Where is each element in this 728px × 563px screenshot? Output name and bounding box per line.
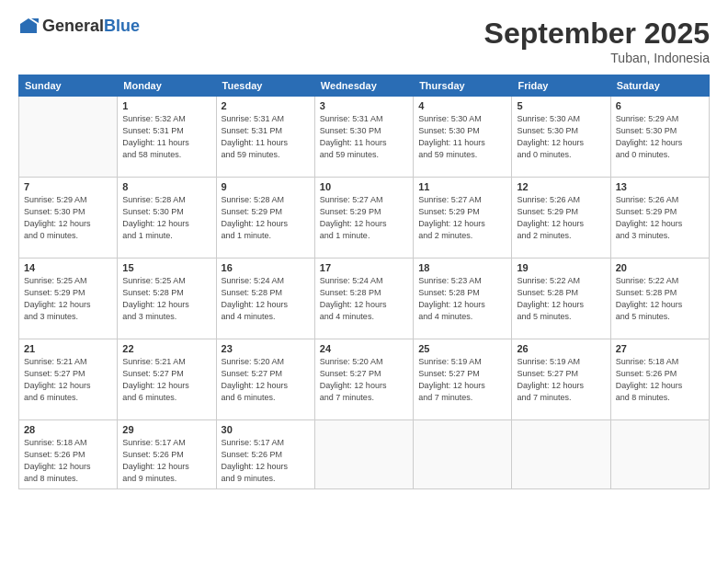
calendar-cell: 28Sunrise: 5:18 AM Sunset: 5:26 PM Dayli… — [19, 420, 118, 489]
day-info: Sunrise: 5:19 AM Sunset: 5:27 PM Dayligh… — [517, 356, 605, 404]
calendar-cell: 8Sunrise: 5:28 AM Sunset: 5:30 PM Daylig… — [118, 178, 216, 259]
day-number: 18 — [418, 262, 506, 273]
day-info: Sunrise: 5:20 AM Sunset: 5:27 PM Dayligh… — [222, 356, 310, 404]
calendar-cell: 10Sunrise: 5:27 AM Sunset: 5:29 PM Dayli… — [314, 178, 413, 259]
calendar-cell: 30Sunrise: 5:17 AM Sunset: 5:26 PM Dayli… — [216, 420, 314, 489]
day-info: Sunrise: 5:21 AM Sunset: 5:27 PM Dayligh… — [122, 356, 210, 404]
logo: GeneralBlue — [18, 17, 140, 37]
calendar-cell: 29Sunrise: 5:17 AM Sunset: 5:26 PM Dayli… — [118, 420, 216, 489]
calendar-cell: 15Sunrise: 5:25 AM Sunset: 5:28 PM Dayli… — [118, 259, 216, 339]
day-header-wednesday: Wednesday — [314, 75, 413, 97]
calendar-cell: 17Sunrise: 5:24 AM Sunset: 5:28 PM Dayli… — [314, 259, 413, 339]
calendar-cell: 26Sunrise: 5:19 AM Sunset: 5:27 PM Dayli… — [512, 339, 610, 420]
calendar-cell: 13Sunrise: 5:26 AM Sunset: 5:29 PM Dayli… — [610, 178, 709, 259]
day-info: Sunrise: 5:17 AM Sunset: 5:26 PM Dayligh… — [222, 437, 310, 485]
calendar-week-row: 28Sunrise: 5:18 AM Sunset: 5:26 PM Dayli… — [19, 420, 710, 489]
day-number: 27 — [616, 343, 704, 354]
day-header-thursday: Thursday — [414, 75, 512, 97]
calendar-cell: 16Sunrise: 5:24 AM Sunset: 5:28 PM Dayli… — [216, 259, 314, 339]
calendar-cell: 2Sunrise: 5:31 AM Sunset: 5:31 PM Daylig… — [216, 97, 314, 178]
day-number: 17 — [320, 262, 408, 273]
day-info: Sunrise: 5:32 AM Sunset: 5:31 PM Dayligh… — [122, 113, 210, 161]
day-number: 29 — [122, 424, 210, 435]
calendar-cell: 23Sunrise: 5:20 AM Sunset: 5:27 PM Dayli… — [216, 339, 314, 420]
day-info: Sunrise: 5:30 AM Sunset: 5:30 PM Dayligh… — [418, 113, 506, 161]
day-number: 1 — [122, 100, 210, 111]
day-number: 23 — [222, 343, 310, 354]
day-info: Sunrise: 5:21 AM Sunset: 5:27 PM Dayligh… — [24, 356, 112, 404]
calendar-cell: 25Sunrise: 5:19 AM Sunset: 5:27 PM Dayli… — [414, 339, 512, 420]
day-number: 5 — [517, 100, 605, 111]
day-info: Sunrise: 5:23 AM Sunset: 5:28 PM Dayligh… — [418, 275, 506, 323]
calendar-cell: 22Sunrise: 5:21 AM Sunset: 5:27 PM Dayli… — [118, 339, 216, 420]
day-info: Sunrise: 5:27 AM Sunset: 5:29 PM Dayligh… — [320, 194, 408, 242]
location-subtitle: Tuban, Indonesia — [484, 51, 710, 65]
day-number: 6 — [616, 100, 704, 111]
day-number: 3 — [320, 100, 408, 111]
day-number: 14 — [24, 262, 112, 273]
day-info: Sunrise: 5:31 AM Sunset: 5:31 PM Dayligh… — [222, 113, 310, 161]
calendar-cell: 21Sunrise: 5:21 AM Sunset: 5:27 PM Dayli… — [19, 339, 118, 420]
calendar-cell: 12Sunrise: 5:26 AM Sunset: 5:29 PM Dayli… — [512, 178, 610, 259]
calendar-cell: 6Sunrise: 5:29 AM Sunset: 5:30 PM Daylig… — [610, 97, 709, 178]
day-info: Sunrise: 5:30 AM Sunset: 5:30 PM Dayligh… — [517, 113, 605, 161]
calendar-cell: 24Sunrise: 5:20 AM Sunset: 5:27 PM Dayli… — [314, 339, 413, 420]
day-info: Sunrise: 5:18 AM Sunset: 5:26 PM Dayligh… — [24, 437, 112, 485]
calendar-cell: 9Sunrise: 5:28 AM Sunset: 5:29 PM Daylig… — [216, 178, 314, 259]
calendar-week-row: 7Sunrise: 5:29 AM Sunset: 5:30 PM Daylig… — [19, 178, 710, 259]
day-info: Sunrise: 5:28 AM Sunset: 5:29 PM Dayligh… — [222, 194, 310, 242]
day-info: Sunrise: 5:28 AM Sunset: 5:30 PM Dayligh… — [122, 194, 210, 242]
day-header-friday: Friday — [512, 75, 610, 97]
calendar-header-row: SundayMondayTuesdayWednesdayThursdayFrid… — [19, 75, 710, 97]
calendar-cell: 7Sunrise: 5:29 AM Sunset: 5:30 PM Daylig… — [19, 178, 118, 259]
day-info: Sunrise: 5:20 AM Sunset: 5:27 PM Dayligh… — [320, 356, 408, 404]
day-header-saturday: Saturday — [610, 75, 709, 97]
day-number: 10 — [320, 181, 408, 192]
calendar-week-row: 14Sunrise: 5:25 AM Sunset: 5:29 PM Dayli… — [19, 259, 710, 339]
day-info: Sunrise: 5:24 AM Sunset: 5:28 PM Dayligh… — [222, 275, 310, 323]
logo-blue: Blue — [104, 17, 140, 35]
day-info: Sunrise: 5:29 AM Sunset: 5:30 PM Dayligh… — [616, 113, 704, 161]
day-number: 4 — [418, 100, 506, 111]
calendar-cell: 19Sunrise: 5:22 AM Sunset: 5:28 PM Dayli… — [512, 259, 610, 339]
day-info: Sunrise: 5:26 AM Sunset: 5:29 PM Dayligh… — [517, 194, 605, 242]
day-info: Sunrise: 5:26 AM Sunset: 5:29 PM Dayligh… — [616, 194, 704, 242]
day-number: 21 — [24, 343, 112, 354]
day-info: Sunrise: 5:27 AM Sunset: 5:29 PM Dayligh… — [418, 194, 506, 242]
calendar-cell — [19, 97, 118, 178]
day-info: Sunrise: 5:31 AM Sunset: 5:30 PM Dayligh… — [320, 113, 408, 161]
day-info: Sunrise: 5:18 AM Sunset: 5:26 PM Dayligh… — [616, 356, 704, 404]
logo-icon — [18, 17, 39, 37]
svg-marker-0 — [20, 18, 37, 33]
calendar-cell: 11Sunrise: 5:27 AM Sunset: 5:29 PM Dayli… — [414, 178, 512, 259]
day-number: 26 — [517, 343, 605, 354]
day-header-tuesday: Tuesday — [216, 75, 314, 97]
day-header-sunday: Sunday — [19, 75, 118, 97]
day-number: 15 — [122, 262, 210, 273]
header: GeneralBlue September 2025 Tuban, Indone… — [18, 17, 710, 65]
day-info: Sunrise: 5:19 AM Sunset: 5:27 PM Dayligh… — [418, 356, 506, 404]
calendar-cell: 4Sunrise: 5:30 AM Sunset: 5:30 PM Daylig… — [414, 97, 512, 178]
calendar-cell — [512, 420, 610, 489]
calendar-cell: 18Sunrise: 5:23 AM Sunset: 5:28 PM Dayli… — [414, 259, 512, 339]
day-number: 20 — [616, 262, 704, 273]
day-number: 2 — [222, 100, 310, 111]
day-info: Sunrise: 5:25 AM Sunset: 5:28 PM Dayligh… — [122, 275, 210, 323]
calendar-cell: 5Sunrise: 5:30 AM Sunset: 5:30 PM Daylig… — [512, 97, 610, 178]
month-title: September 2025 — [484, 17, 710, 51]
day-number: 12 — [517, 181, 605, 192]
calendar-cell: 3Sunrise: 5:31 AM Sunset: 5:30 PM Daylig… — [314, 97, 413, 178]
day-number: 8 — [122, 181, 210, 192]
day-number: 25 — [418, 343, 506, 354]
calendar-cell: 14Sunrise: 5:25 AM Sunset: 5:29 PM Dayli… — [19, 259, 118, 339]
day-header-monday: Monday — [118, 75, 216, 97]
page: GeneralBlue September 2025 Tuban, Indone… — [0, 0, 728, 563]
day-number: 28 — [24, 424, 112, 435]
day-number: 16 — [222, 262, 310, 273]
day-number: 19 — [517, 262, 605, 273]
calendar-table: SundayMondayTuesdayWednesdayThursdayFrid… — [18, 75, 710, 489]
calendar-cell — [414, 420, 512, 489]
day-info: Sunrise: 5:22 AM Sunset: 5:28 PM Dayligh… — [616, 275, 704, 323]
calendar-cell — [610, 420, 709, 489]
day-number: 30 — [222, 424, 310, 435]
